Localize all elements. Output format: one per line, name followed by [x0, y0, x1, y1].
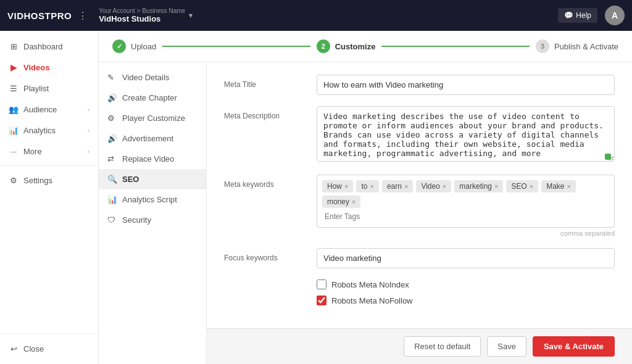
account-chevron-icon[interactable]: ▾ — [189, 11, 193, 20]
step-customize-number: 2 — [322, 43, 325, 50]
sub-nav-create-chapter-label: Create Chapter — [122, 93, 177, 102]
sidebar-label-close: Close — [23, 344, 44, 354]
meta-desc-row: Meta Description — [224, 106, 615, 163]
tags-row: How ×to ×earn ×Video ×marketing ×SEO ×Ma… — [322, 180, 609, 208]
meta-title-row: Meta Title — [224, 75, 615, 95]
reset-button[interactable]: Reset to default — [404, 336, 481, 357]
video-details-icon: ✎ — [107, 73, 117, 82]
sidebar-item-dashboard[interactable]: ⊞ Dashboard — [0, 36, 98, 57]
step-upload-circle: ✓ — [112, 39, 126, 53]
advertisement-icon: 🔊 — [107, 134, 117, 143]
sub-nav-player-customize[interactable]: ⚙ Player Customize — [99, 108, 206, 128]
tag: SEO × — [506, 180, 538, 192]
step-publish-number: 3 — [541, 43, 544, 50]
tag-remove-icon[interactable]: × — [443, 183, 446, 190]
sub-nav-player-customize-label: Player Customize — [122, 114, 185, 123]
sub-nav-replace-video[interactable]: ⇄ Replace Video — [99, 149, 206, 169]
help-icon: 💬 — [564, 11, 573, 20]
tag-remove-icon[interactable]: × — [404, 183, 408, 190]
sidebar-label-analytics: Analytics — [23, 126, 56, 135]
sub-nav-advertisement-label: Advertisement — [122, 134, 173, 143]
sidebar-bottom: ↩ Close — [0, 330, 98, 359]
seo-icon: 🔍 — [107, 175, 117, 184]
progress-bar: ✓ Upload 2 Customize 3 Publish & Activat… — [99, 31, 632, 62]
sidebar-item-playlist[interactable]: ☰ Playlist — [0, 78, 98, 99]
account-info: Your Account > Business Name VidHost Stu… — [99, 7, 185, 23]
form-footer: Reset to default Save Save & Activate — [207, 328, 632, 364]
sidebar-item-analytics[interactable]: 📊 Analytics › — [0, 120, 98, 141]
sub-nav-video-details[interactable]: ✎ Video Details — [99, 67, 206, 88]
sidebar-label-more: More — [23, 147, 42, 156]
sub-nav: ✎ Video Details 🔊 Create Chapter ⚙ Playe… — [99, 62, 207, 364]
sidebar-item-videos[interactable]: ▶ Videos — [0, 57, 98, 78]
save-button[interactable]: Save — [487, 336, 526, 357]
sidebar-item-audience[interactable]: 👥 Audience › — [0, 99, 98, 120]
topbar-right: 💬 Help A — [558, 6, 625, 25]
meta-desc-textarea[interactable] — [317, 106, 615, 162]
content-area: ✓ Upload 2 Customize 3 Publish & Activat… — [99, 31, 632, 364]
step-upload-label: Upload — [131, 42, 156, 51]
sidebar-label-audience: Audience — [23, 105, 57, 114]
audience-chevron-icon: › — [88, 106, 89, 113]
sidebar-label-dashboard: Dashboard — [23, 42, 63, 51]
meta-title-field-col — [317, 75, 615, 95]
tag-remove-icon[interactable]: × — [494, 183, 498, 190]
checkboxes-row: Robots Meta NoIndex Robots Meta NoFollow — [224, 279, 615, 312]
audience-icon: 👥 — [9, 104, 19, 114]
tags-input[interactable] — [322, 211, 609, 222]
sidebar-item-more[interactable]: ··· More › — [0, 141, 98, 162]
panel-layout: ✎ Video Details 🔊 Create Chapter ⚙ Playe… — [99, 62, 632, 364]
tag-remove-icon[interactable]: × — [567, 183, 571, 190]
more-icon: ··· — [9, 146, 19, 156]
meta-title-label-col: Meta Title — [224, 75, 304, 95]
tag: Make × — [541, 180, 576, 192]
step-customize-circle: 2 — [317, 39, 330, 53]
videos-icon: ▶ — [9, 62, 19, 72]
tags-hint: comma separated — [317, 230, 615, 237]
focus-keywords-input[interactable] — [317, 248, 615, 268]
sub-nav-analytics-script[interactable]: 📊 Analytics Script — [99, 189, 206, 210]
tag-remove-icon[interactable]: × — [352, 198, 356, 205]
sidebar-divider — [0, 165, 98, 166]
tags-container[interactable]: How ×to ×earn ×Video ×marketing ×SEO ×Ma… — [317, 175, 615, 228]
step-customize-label: Customize — [335, 42, 376, 51]
close-icon: ↩ — [9, 344, 19, 354]
main-layout: ⊞ Dashboard ▶ Videos ☰ Playlist 👥 Audien… — [0, 31, 632, 364]
sub-nav-seo[interactable]: 🔍 SEO — [99, 169, 206, 189]
sidebar-item-close[interactable]: ↩ Close — [0, 338, 98, 359]
meta-keywords-label: Meta keywords — [224, 180, 274, 189]
analytics-icon: 📊 — [9, 125, 19, 135]
sidebar-item-settings[interactable]: ⚙ Settings — [0, 170, 98, 191]
step-publish: 3 Publish & Activate — [536, 39, 618, 53]
robots-nofollow-checkbox[interactable] — [317, 296, 326, 305]
focus-keywords-row: Focus keywords — [224, 248, 615, 268]
topbar-menu-dots[interactable]: ⋮ — [78, 10, 88, 22]
save-activate-button[interactable]: Save & Activate — [533, 336, 615, 357]
settings-icon: ⚙ — [9, 175, 19, 185]
tag-remove-icon[interactable]: × — [370, 183, 373, 190]
topbar: VIDHOSTPRO ⋮ Your Account > Business Nam… — [0, 0, 632, 31]
sub-nav-advertisement[interactable]: 🔊 Advertisement — [99, 128, 206, 149]
meta-keywords-field-col: How ×to ×earn ×Video ×marketing ×SEO ×Ma… — [317, 175, 615, 237]
robots-noindex-label: Robots Meta NoIndex — [331, 280, 409, 289]
avatar[interactable]: A — [605, 6, 625, 25]
app-logo: VIDHOSTPRO — [7, 10, 72, 21]
robots-noindex-row: Robots Meta NoIndex — [317, 279, 615, 289]
step-customize: 2 Customize — [317, 39, 376, 53]
sub-nav-security-label: Security — [122, 215, 151, 225]
business-name: VidHost Studios — [99, 14, 185, 23]
sidebar: ⊞ Dashboard ▶ Videos ☰ Playlist 👥 Audien… — [0, 31, 99, 364]
sub-nav-security[interactable]: 🛡 Security — [99, 210, 206, 230]
help-button[interactable]: 💬 Help — [558, 8, 597, 23]
sidebar-label-playlist: Playlist — [23, 84, 49, 93]
robots-noindex-checkbox[interactable] — [317, 279, 326, 289]
meta-keywords-row: Meta keywords How ×to ×earn ×Video ×mark… — [224, 175, 615, 237]
tag-remove-icon[interactable]: × — [530, 183, 533, 190]
step-upload: ✓ Upload — [112, 39, 156, 53]
tag: earn × — [382, 180, 413, 192]
tag-remove-icon[interactable]: × — [344, 183, 348, 190]
step-line-1 — [162, 46, 310, 47]
avatar-text: A — [612, 10, 618, 20]
sub-nav-create-chapter[interactable]: 🔊 Create Chapter — [99, 88, 206, 108]
meta-title-input[interactable] — [317, 75, 615, 95]
